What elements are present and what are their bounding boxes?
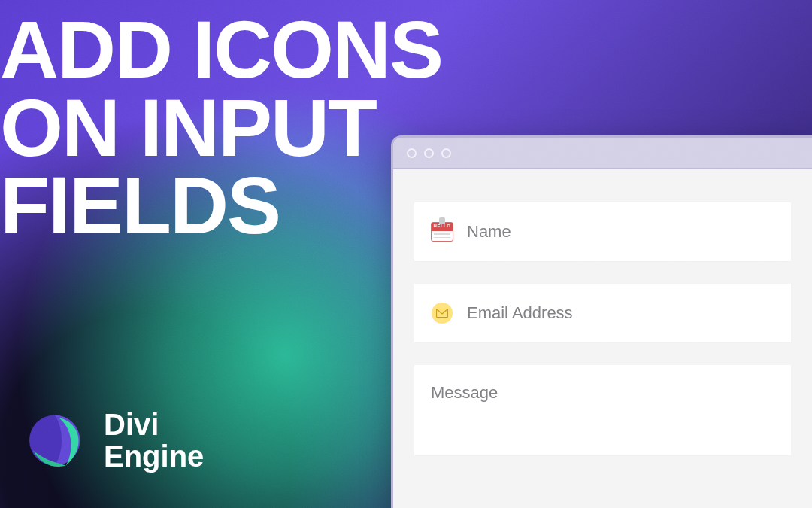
email-field-label: Email Address bbox=[467, 303, 573, 323]
browser-titlebar bbox=[393, 138, 812, 169]
email-field[interactable]: Email Address bbox=[414, 284, 791, 342]
envelope-icon bbox=[431, 302, 453, 324]
brand-block: Divi Engine bbox=[26, 409, 204, 472]
brand-name-line-1: Divi bbox=[104, 409, 204, 440]
brand-name-line-2: Engine bbox=[104, 440, 204, 472]
window-dot-minimize-icon bbox=[424, 148, 434, 158]
headline-line-1: ADD ICONS bbox=[0, 11, 442, 89]
contact-form: HELLO Name bbox=[393, 169, 812, 455]
name-field-label: Name bbox=[467, 222, 511, 242]
headline-line-2: ON INPUT bbox=[0, 89, 442, 167]
headline: ADD ICONS ON INPUT FIELDS bbox=[0, 11, 442, 245]
brand-logo-icon bbox=[26, 409, 89, 472]
promo-canvas: ADD ICONS ON INPUT FIELDS Divi Engine bbox=[0, 0, 812, 508]
browser-mockup: HELLO Name bbox=[391, 135, 812, 508]
name-field[interactable]: HELLO Name bbox=[414, 202, 791, 261]
window-dot-zoom-icon bbox=[441, 148, 451, 158]
name-badge-icon: HELLO bbox=[431, 221, 453, 243]
headline-line-3: FIELDS bbox=[0, 166, 442, 245]
brand-name: Divi Engine bbox=[104, 409, 204, 472]
window-dot-close-icon bbox=[407, 148, 417, 158]
message-field[interactable]: Message bbox=[414, 365, 791, 455]
message-field-label: Message bbox=[431, 383, 498, 403]
